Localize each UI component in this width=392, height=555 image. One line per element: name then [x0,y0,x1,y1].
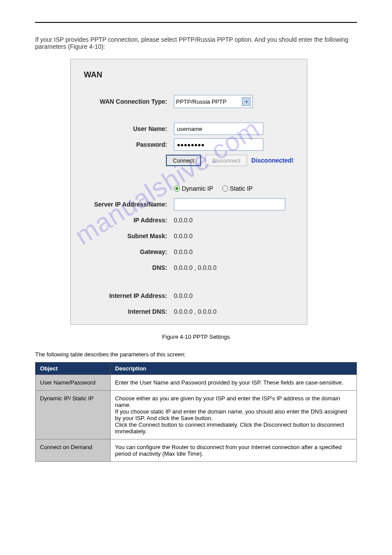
label-connection-type: WAN Connection Type: [84,98,174,105]
table-row: Connect on Demand You can configure the … [36,439,357,462]
figure-caption: Figure 4-10 PPTP Settings [35,334,357,340]
header-description: Description [111,363,357,375]
radio-static-label: Static IP [230,185,253,192]
wan-settings-panel: WAN WAN Connection Type: PPTP/Russia PPT… [70,59,307,325]
radio-selected-icon [174,185,180,192]
parameters-table: Object Description User Name/Password En… [35,362,357,462]
value-internet-ip: 0.0.0.0 [174,292,193,299]
label-gateway: Gateway: [84,248,174,255]
password-value: ●●●●●●●● [177,141,205,148]
panel-title: WAN [84,70,294,80]
connection-status: Disconnected! [252,157,294,164]
cell-description: Choose either as you are given by your I… [111,391,357,439]
password-input[interactable]: ●●●●●●●● [174,138,263,151]
table-row: Dynamic IP/ Static IP Choose either as y… [36,391,357,439]
cell-object: Dynamic IP/ Static IP [36,391,111,439]
label-subnet: Subnet Mask: [84,232,174,239]
intro-paragraph: If your ISP provides PPTP connection, pl… [35,36,357,50]
table-intro: The following table describes the parame… [35,351,357,358]
value-ip-address: 0.0.0.0 [174,217,193,224]
label-internet-dns: Internet DNS: [84,308,174,315]
cell-description: You can configure the Router to disconne… [111,439,357,462]
value-internet-dns: 0.0.0.0 , 0.0.0.0 [174,308,216,315]
value-subnet: 0.0.0.0 [174,232,193,239]
header-object: Object [36,363,111,375]
label-internet-ip: Internet IP Address: [84,292,174,299]
value-dns: 0.0.0.0 , 0.0.0.0 [174,264,216,271]
radio-unselected-icon [222,185,228,192]
username-input[interactable] [174,123,263,135]
label-ip-address: IP Address: [84,217,174,224]
label-server: Server IP Address/Name: [84,201,174,208]
connection-type-select[interactable]: PPTP/Russia PPTP ▾ [174,95,253,108]
cell-object: Connect on Demand [36,439,111,462]
connect-button[interactable]: Connect [166,155,201,166]
connection-type-value: PPTP/Russia PPTP [176,98,227,105]
radio-dynamic-label: Dynamic IP [182,185,213,192]
label-username: User Name: [84,125,174,132]
header-divider [35,22,357,23]
server-input[interactable] [174,198,285,210]
cell-description: Enter the User Name and Password provide… [111,375,357,391]
radio-static-ip[interactable]: Static IP [222,185,253,192]
label-password: Password: [84,141,174,148]
radio-dynamic-ip[interactable]: Dynamic IP [174,185,213,192]
table-row: User Name/Password Enter the User Name a… [36,375,357,391]
dropdown-arrow-icon: ▾ [242,97,251,106]
label-dns: DNS: [84,264,174,271]
cell-object: User Name/Password [36,375,111,391]
value-gateway: 0.0.0.0 [174,248,193,255]
disconnect-button[interactable]: Disconnect [205,155,247,166]
